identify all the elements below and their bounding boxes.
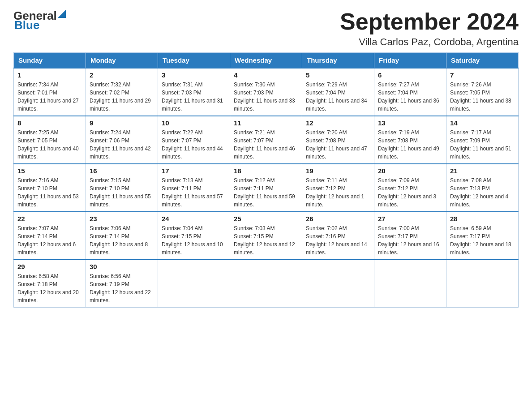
day-info: Sunrise: 7:19 AMSunset: 7:08 PMDaylight:… xyxy=(378,129,439,160)
calendar-cell: 13 Sunrise: 7:19 AMSunset: 7:08 PMDaylig… xyxy=(374,116,446,164)
calendar-cell xyxy=(158,260,230,308)
day-number: 30 xyxy=(90,263,154,270)
day-number: 17 xyxy=(162,167,226,175)
day-info: Sunrise: 7:13 AMSunset: 7:11 PMDaylight:… xyxy=(162,177,223,208)
calendar-week-row: 22 Sunrise: 7:07 AMSunset: 7:14 PMDaylig… xyxy=(14,212,519,260)
calendar-cell: 27 Sunrise: 7:00 AMSunset: 7:17 PMDaylig… xyxy=(374,212,446,260)
day-number: 7 xyxy=(450,71,515,79)
day-info: Sunrise: 7:24 AMSunset: 7:06 PMDaylight:… xyxy=(90,129,151,160)
calendar-cell xyxy=(374,260,446,308)
calendar-week-row: 15 Sunrise: 7:16 AMSunset: 7:10 PMDaylig… xyxy=(14,164,519,212)
day-number: 12 xyxy=(306,119,370,127)
day-number: 18 xyxy=(234,167,298,175)
logo-blue-text: Blue xyxy=(14,18,39,32)
calendar-cell xyxy=(302,260,374,308)
day-info: Sunrise: 7:04 AMSunset: 7:15 PMDaylight:… xyxy=(162,225,223,256)
logo-triangle-icon xyxy=(58,10,66,18)
day-info: Sunrise: 7:21 AMSunset: 7:07 PMDaylight:… xyxy=(234,129,295,160)
day-number: 1 xyxy=(17,71,82,79)
logo: General Blue xyxy=(13,9,66,32)
col-header-thursday: Thursday xyxy=(302,53,374,68)
day-info: Sunrise: 7:22 AMSunset: 7:07 PMDaylight:… xyxy=(162,129,223,160)
calendar-cell: 7 Sunrise: 7:26 AMSunset: 7:05 PMDayligh… xyxy=(446,68,519,116)
day-info: Sunrise: 7:03 AMSunset: 7:15 PMDaylight:… xyxy=(234,225,295,256)
calendar-cell: 15 Sunrise: 7:16 AMSunset: 7:10 PMDaylig… xyxy=(14,164,86,212)
day-info: Sunrise: 7:31 AMSunset: 7:03 PMDaylight:… xyxy=(162,81,223,112)
calendar-week-row: 1 Sunrise: 7:34 AMSunset: 7:01 PMDayligh… xyxy=(14,68,519,116)
day-number: 5 xyxy=(306,71,370,79)
calendar-cell: 12 Sunrise: 7:20 AMSunset: 7:08 PMDaylig… xyxy=(302,116,374,164)
day-number: 14 xyxy=(450,119,515,127)
calendar-cell: 16 Sunrise: 7:15 AMSunset: 7:10 PMDaylig… xyxy=(86,164,158,212)
day-number: 16 xyxy=(90,167,154,175)
day-info: Sunrise: 7:09 AMSunset: 7:12 PMDaylight:… xyxy=(378,177,436,208)
col-header-sunday: Sunday xyxy=(14,53,86,68)
calendar-cell: 10 Sunrise: 7:22 AMSunset: 7:07 PMDaylig… xyxy=(158,116,230,164)
calendar-cell: 17 Sunrise: 7:13 AMSunset: 7:11 PMDaylig… xyxy=(158,164,230,212)
month-title: September 2024 xyxy=(340,9,519,34)
calendar-cell: 23 Sunrise: 7:06 AMSunset: 7:14 PMDaylig… xyxy=(86,212,158,260)
calendar-cell: 3 Sunrise: 7:31 AMSunset: 7:03 PMDayligh… xyxy=(158,68,230,116)
day-info: Sunrise: 7:27 AMSunset: 7:04 PMDaylight:… xyxy=(378,81,439,112)
calendar-cell: 26 Sunrise: 7:02 AMSunset: 7:16 PMDaylig… xyxy=(302,212,374,260)
calendar-cell: 9 Sunrise: 7:24 AMSunset: 7:06 PMDayligh… xyxy=(86,116,158,164)
calendar-cell: 25 Sunrise: 7:03 AMSunset: 7:15 PMDaylig… xyxy=(230,212,302,260)
calendar-cell: 29 Sunrise: 6:58 AMSunset: 7:18 PMDaylig… xyxy=(14,260,86,308)
day-number: 24 xyxy=(162,215,226,223)
calendar-cell: 28 Sunrise: 6:59 AMSunset: 7:17 PMDaylig… xyxy=(446,212,519,260)
day-info: Sunrise: 7:00 AMSunset: 7:17 PMDaylight:… xyxy=(378,225,439,256)
calendar-cell: 1 Sunrise: 7:34 AMSunset: 7:01 PMDayligh… xyxy=(14,68,86,116)
day-info: Sunrise: 7:02 AMSunset: 7:16 PMDaylight:… xyxy=(306,225,367,256)
day-info: Sunrise: 7:34 AMSunset: 7:01 PMDaylight:… xyxy=(17,81,79,112)
day-number: 10 xyxy=(162,119,226,127)
calendar-cell: 5 Sunrise: 7:29 AMSunset: 7:04 PMDayligh… xyxy=(302,68,374,116)
day-info: Sunrise: 7:11 AMSunset: 7:12 PMDaylight:… xyxy=(306,177,364,208)
calendar-cell: 22 Sunrise: 7:07 AMSunset: 7:14 PMDaylig… xyxy=(14,212,86,260)
day-info: Sunrise: 7:16 AMSunset: 7:10 PMDaylight:… xyxy=(17,177,79,208)
day-number: 11 xyxy=(234,119,298,127)
day-number: 8 xyxy=(17,119,82,127)
calendar-cell xyxy=(230,260,302,308)
calendar-cell: 21 Sunrise: 7:08 AMSunset: 7:13 PMDaylig… xyxy=(446,164,519,212)
day-info: Sunrise: 6:58 AMSunset: 7:18 PMDaylight:… xyxy=(17,273,79,304)
col-header-wednesday: Wednesday xyxy=(230,53,302,68)
calendar-cell: 19 Sunrise: 7:11 AMSunset: 7:12 PMDaylig… xyxy=(302,164,374,212)
day-number: 3 xyxy=(162,71,226,79)
page-header: General Blue September 2024 Villa Carlos… xyxy=(13,9,519,48)
col-header-tuesday: Tuesday xyxy=(158,53,230,68)
day-number: 29 xyxy=(17,263,82,270)
day-number: 27 xyxy=(378,215,442,223)
day-info: Sunrise: 7:26 AMSunset: 7:05 PMDaylight:… xyxy=(450,81,511,112)
day-number: 9 xyxy=(90,119,154,127)
day-info: Sunrise: 7:25 AMSunset: 7:05 PMDaylight:… xyxy=(17,129,79,160)
day-number: 22 xyxy=(17,215,82,223)
calendar-cell: 20 Sunrise: 7:09 AMSunset: 7:12 PMDaylig… xyxy=(374,164,446,212)
calendar-table: SundayMondayTuesdayWednesdayThursdayFrid… xyxy=(13,52,519,308)
col-header-friday: Friday xyxy=(374,53,446,68)
day-number: 28 xyxy=(450,215,515,223)
day-info: Sunrise: 7:20 AMSunset: 7:08 PMDaylight:… xyxy=(306,129,367,160)
calendar-cell: 4 Sunrise: 7:30 AMSunset: 7:03 PMDayligh… xyxy=(230,68,302,116)
svg-marker-0 xyxy=(58,10,66,18)
calendar-cell: 18 Sunrise: 7:12 AMSunset: 7:11 PMDaylig… xyxy=(230,164,302,212)
calendar-cell: 24 Sunrise: 7:04 AMSunset: 7:15 PMDaylig… xyxy=(158,212,230,260)
day-number: 19 xyxy=(306,167,370,175)
day-info: Sunrise: 7:07 AMSunset: 7:14 PMDaylight:… xyxy=(17,225,76,256)
day-number: 23 xyxy=(90,215,154,223)
calendar-cell: 6 Sunrise: 7:27 AMSunset: 7:04 PMDayligh… xyxy=(374,68,446,116)
day-number: 4 xyxy=(234,71,298,79)
day-number: 2 xyxy=(90,71,154,79)
calendar-cell: 2 Sunrise: 7:32 AMSunset: 7:02 PMDayligh… xyxy=(86,68,158,116)
day-info: Sunrise: 6:56 AMSunset: 7:19 PMDaylight:… xyxy=(90,273,151,304)
col-header-monday: Monday xyxy=(86,53,158,68)
calendar-cell: 30 Sunrise: 6:56 AMSunset: 7:19 PMDaylig… xyxy=(86,260,158,308)
location-subtitle: Villa Carlos Paz, Cordoba, Argentina xyxy=(340,36,519,48)
day-number: 6 xyxy=(378,71,442,79)
day-info: Sunrise: 7:15 AMSunset: 7:10 PMDaylight:… xyxy=(90,177,151,208)
day-info: Sunrise: 7:08 AMSunset: 7:13 PMDaylight:… xyxy=(450,177,508,208)
calendar-week-row: 29 Sunrise: 6:58 AMSunset: 7:18 PMDaylig… xyxy=(14,260,519,308)
day-info: Sunrise: 7:29 AMSunset: 7:04 PMDaylight:… xyxy=(306,81,367,112)
col-header-saturday: Saturday xyxy=(446,53,519,68)
day-number: 26 xyxy=(306,215,370,223)
calendar-cell: 11 Sunrise: 7:21 AMSunset: 7:07 PMDaylig… xyxy=(230,116,302,164)
